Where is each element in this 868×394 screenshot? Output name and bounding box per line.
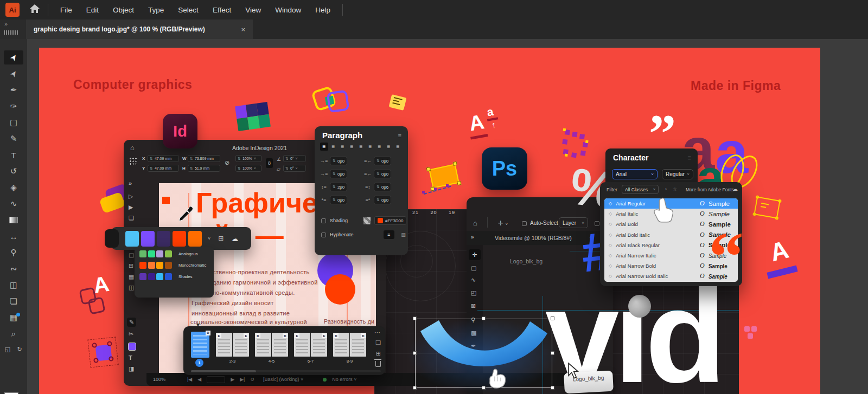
document-tab[interactable]: graphic desing brand logo.jpg* @ 100 % (… [26,20,253,39]
photoshop-collapse-icon[interactable]: » [471,234,474,240]
align-button-5[interactable]: ≡ [357,143,365,151]
font-favorite-icon[interactable]: ◇ [609,201,612,206]
last-page-icon[interactable]: ▶| [240,377,245,382]
rotate-view-tool-icon[interactable]: ↻ [14,344,25,354]
swatch-3[interactable] [157,231,170,247]
spread-thumbnail-6-7[interactable]: EE6-7 [294,333,327,357]
constrain-proportions-icon[interactable]: ⊘ [225,159,229,166]
indesign-selection-tool-icon[interactable]: ▷ [129,193,133,200]
rotation-field[interactable]: ⇅0°˅ [283,155,306,162]
pen-tool-icon[interactable]: ✒ [4,83,23,97]
swatch-2[interactable] [141,231,155,247]
paragraph-field-1[interactable]: →≡⇅0p0 [320,157,359,165]
draw-modes-icon[interactable]: ◱ [2,344,13,354]
menu-item-type[interactable]: Type [148,6,164,14]
reference-point-icon[interactable] [129,157,137,165]
font-favorite-icon[interactable]: ◇ [609,222,612,227]
indesign-direct-selection-icon[interactable]: ▶ [129,204,133,211]
columns-one-button[interactable]: ≡ [384,230,394,239]
w-field[interactable]: ⇅73.809 mm [188,155,220,162]
swatch-group-monochromatic[interactable]: Monochromatic [139,262,214,269]
align-button-7[interactable]: ≡ [375,143,384,151]
font-favorite-icon[interactable]: ◇ [609,274,612,279]
blend-tool-icon[interactable]: ∾ [4,262,23,276]
page-1-thumbnail[interactable]: D 1 [191,332,209,358]
spread-thumbnail-8-9[interactable]: DD8-9 [333,333,366,357]
ps-patch-tool-icon[interactable]: ▩ [471,330,476,337]
align-button-1[interactable]: ≡ [320,143,328,151]
rectangle-tool-icon[interactable]: ▢ [4,115,23,130]
menu-item-help[interactable]: Help [315,6,330,14]
indesign-frame-tool-icon[interactable]: ▢ [129,251,134,259]
spread-thumbnail-2-3[interactable]: EE2-3 [216,333,249,357]
eyedropper-tool-icon[interactable]: ⚲ [4,246,23,260]
zoom-tool-icon[interactable]: ⌕ [4,327,23,341]
indesign-grid-tool-icon[interactable]: ⊞ [129,262,133,269]
menu-item-window[interactable]: Window [275,6,301,14]
pages-scrollbar-track[interactable] [191,370,381,372]
home-icon[interactable] [29,4,40,16]
width-tool-icon[interactable]: ↔ [4,229,23,243]
cloud-sync-icon[interactable]: ☁ [231,235,238,243]
indesign-type-tool-icon[interactable]: T [129,354,132,361]
selection-tool-icon[interactable]: ➤ [4,50,23,64]
eraser-tool-icon[interactable]: ◈ [4,180,23,195]
hyphenate-checkbox[interactable] [321,232,326,237]
font-favorite-icon[interactable]: ◇ [609,211,612,216]
graph-tool-icon[interactable]: ▦ [4,311,23,325]
align-button-6[interactable]: ≡ [366,143,374,151]
close-tab-icon[interactable]: × [241,25,245,34]
classes-dropdown[interactable]: All Classes˅ [622,185,659,194]
illustrator-logo-icon[interactable]: Ai [5,3,20,17]
swatch-4[interactable] [173,231,186,247]
swatch-group-shades[interactable]: Shades [139,273,214,280]
menu-item-object[interactable]: Object [113,6,134,14]
h-field[interactable]: ⇅51.9 mm [188,165,220,172]
link-scale-icon[interactable]: 8 [266,158,273,168]
zoom-level[interactable]: 100% [153,377,165,382]
add-page-icon[interactable]: ⊞ [376,350,381,357]
indesign-home-icon[interactable]: ⌂ [130,144,135,152]
photoshop-document-tab[interactable]: Videosmile @ 100% (RGB/8#) [495,235,572,241]
x-field[interactable]: ⇅47.09 mm [148,155,179,162]
ps-pen-tool-icon[interactable]: ✒ [471,343,476,350]
shaper-tool-icon[interactable]: ∿ [4,197,23,211]
align-button-8[interactable]: ≡ [385,143,393,151]
indesign-pages-icon[interactable]: ◫ [129,284,134,291]
align-button-9[interactable]: ≡ [394,143,402,151]
curvature-tool-icon[interactable]: ✑ [4,99,23,113]
indesign-table-icon[interactable]: ▦ [129,273,134,280]
paragraph-field-5[interactable]: ↕≡⇅2p0 [320,183,359,191]
font-style-dropdown[interactable]: Regular˅ [662,169,693,179]
preflight-preset[interactable]: [Basic] (working) ˅ [263,377,303,382]
move-tool-options-icon[interactable]: ✛ ˅ [498,219,508,227]
type-tool-icon[interactable]: T [4,148,23,162]
font-favorite-icon[interactable]: ◇ [609,243,612,248]
ps-lasso-tool-icon[interactable]: ∿ [471,276,476,283]
menu-item-view[interactable]: View [245,6,261,14]
paragraph-field-3[interactable]: →≡⇅0p0 [320,170,359,178]
paragraph-field-4[interactable]: ≡←⇅0p0 [364,170,403,178]
spread-thumbnail-4-5[interactable]: DD4-5 [255,333,288,357]
pages-scrollbar-thumb[interactable] [191,370,256,372]
page-number-field[interactable] [207,376,225,383]
ps-move-tool-icon[interactable]: ✛ [469,249,481,260]
menu-item-file[interactable]: File [60,6,72,14]
font-family-dropdown[interactable]: Arial˅ [612,169,658,179]
menu-item-edit[interactable]: Edit [86,6,99,14]
photoshop-home-icon[interactable]: ⌂ [473,219,477,227]
more-fonts-link[interactable]: More from Adobe Fonts [686,187,734,192]
shape-builder-tool-icon[interactable]: ◫ [4,278,23,292]
swatch-group-analogous[interactable]: Analogous [139,250,214,257]
rotate-tool-icon[interactable]: ↺ [4,164,23,178]
indesign-page-tool-icon[interactable]: ❏ [129,215,134,222]
rotate-view-icon[interactable]: ↺ [250,377,254,382]
favorites-filter-icon[interactable]: ◔ [664,186,667,192]
ps-marquee-tool-icon[interactable]: ▢ [471,264,476,272]
paragraph-field-6[interactable]: ≡↕⇅0p6 [364,183,403,191]
swatch-5[interactable] [188,231,202,247]
shear-field[interactable]: ⇅0°˅ [283,165,306,172]
swatch-1[interactable] [125,231,139,247]
auto-select-checkbox[interactable] [522,221,527,226]
font-favorite-icon[interactable]: ◇ [609,253,612,258]
